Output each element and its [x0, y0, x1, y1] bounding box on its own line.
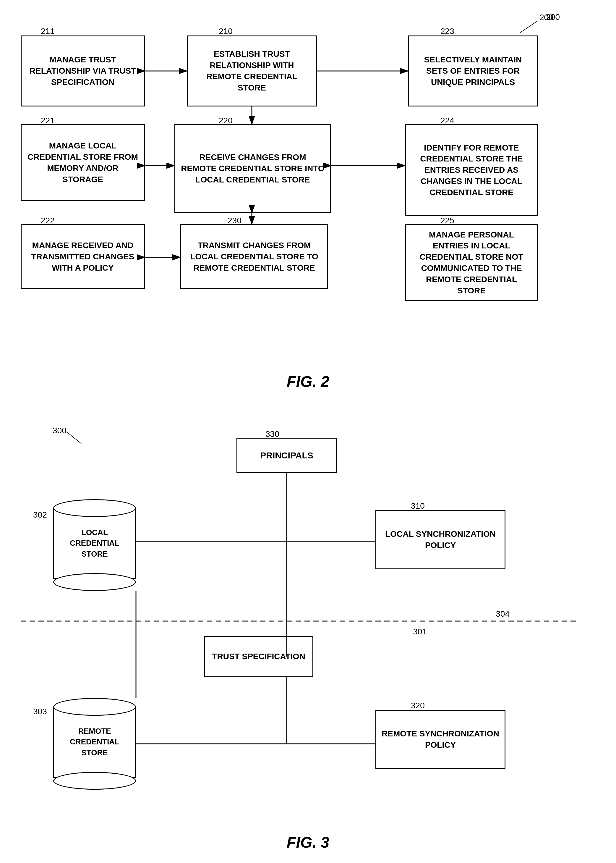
label-210: 210	[219, 27, 233, 36]
box-224: IDENTIFY FOR REMOTE CREDENTIAL STORE THE…	[405, 124, 538, 216]
box-301: TRUST SPECIFICATION	[204, 636, 313, 677]
box-221: MANAGE LOCAL CREDENTIAL STORE FROM MEMOR…	[21, 124, 145, 201]
label-310: 310	[411, 501, 425, 511]
box-330: PRINCIPALS	[236, 438, 337, 473]
box-211: MANAGE TRUST RELATIONSHIP VIA TRUST SPEC…	[21, 36, 145, 107]
fig3-arrows	[0, 408, 616, 863]
label-320: 320	[411, 701, 425, 710]
box-223: SELECTIVELY MAINTAIN SETS OF ENTRIES FOR…	[408, 36, 538, 107]
fig3-title: FIG. 3	[0, 833, 616, 851]
local-credential-store-cylinder: LOCAL CREDENTIAL STORE	[53, 499, 136, 591]
fig3-ref-300: 300	[53, 426, 66, 435]
fig2-ref-200: 200	[546, 13, 560, 22]
box-230: TRANSMIT CHANGES FROM LOCAL CREDENTIAL S…	[180, 224, 328, 289]
svg-line-13	[66, 432, 81, 444]
box-225: MANAGE PERSONAL ENTRIES IN LOCAL CREDENT…	[405, 224, 538, 301]
label-304: 304	[496, 609, 509, 619]
label-301: 301	[413, 627, 427, 636]
label-303: 303	[33, 707, 47, 716]
remote-credential-store-cylinder: REMOTE CREDENTIAL STORE	[53, 698, 136, 790]
fig2-title: FIG. 2	[0, 373, 616, 391]
box-220: RECEIVE CHANGES FROM REMOTE CREDENTIAL S…	[174, 124, 331, 213]
box-222: MANAGE RECEIVED AND TRANSMITTED CHANGES …	[21, 224, 145, 289]
fig2-diagram: 200 211 MANAGE TRUST RELATIONSHIP VIA TR…	[0, 0, 616, 408]
label-211: 211	[41, 27, 55, 36]
label-302: 302	[33, 510, 47, 520]
box-320: REMOTE SYNCHRONIZATION POLICY	[376, 710, 506, 769]
svg-line-0	[520, 21, 538, 33]
fig3-diagram: 300 330 PRINCIPALS 310 LOCAL SYNCHRONIZA…	[0, 408, 616, 863]
box-310: LOCAL SYNCHRONIZATION POLICY	[376, 510, 506, 569]
box-210: ESTABLISH TRUST RELATIONSHIP WITH REMOTE…	[187, 36, 317, 107]
label-223: 223	[440, 27, 454, 36]
